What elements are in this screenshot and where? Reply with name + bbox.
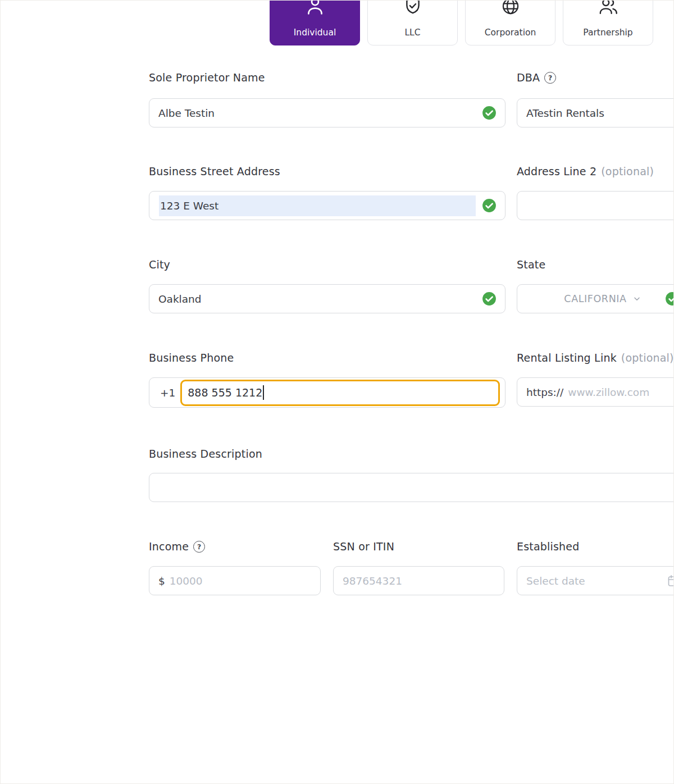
business-phone-input[interactable]: +1 888 555 1212 — [149, 377, 506, 408]
sole-proprietor-name-label: Sole Proprietor Name — [149, 71, 265, 84]
city-input[interactable]: Oakland — [149, 284, 506, 313]
label-text: Business Street Address — [149, 165, 280, 177]
input-value: ATestin Rentals — [526, 107, 604, 119]
currency-prefix: $ — [158, 575, 165, 587]
entity-type-tabs: Individual LLC Corporation — [270, 0, 653, 45]
established-date-input[interactable]: Select date — [517, 566, 674, 595]
tab-corporation[interactable]: Corporation — [465, 0, 555, 45]
dba-input[interactable]: ATestin Rentals — [517, 98, 674, 127]
sole-proprietor-name-input[interactable]: Albe Testin — [149, 98, 506, 127]
select-value: CALIFORNIA — [564, 293, 626, 304]
input-placeholder: 10000 — [170, 575, 203, 587]
url-prefix: https:// — [526, 386, 563, 398]
address-line-2-input[interactable] — [517, 191, 674, 220]
help-icon[interactable]: ? — [544, 72, 556, 84]
label-text: Income — [149, 540, 189, 553]
street-address-input[interactable]: 123 E West — [149, 191, 506, 220]
person-icon — [306, 0, 325, 18]
label-text: Business Description — [149, 448, 262, 460]
label-text: State — [517, 258, 545, 271]
state-select[interactable]: CALIFORNIA — [517, 284, 674, 313]
tab-llc[interactable]: LLC — [367, 0, 458, 45]
city-label: City — [149, 258, 170, 271]
label-text: Address Line 2 — [517, 165, 596, 177]
established-label: Established — [517, 540, 580, 553]
business-phone-label: Business Phone — [149, 352, 234, 364]
label-text: City — [149, 258, 170, 271]
input-value: 123 E West — [160, 200, 218, 212]
optional-text: (optional) — [621, 352, 674, 364]
input-value: 888 555 1212 — [188, 386, 262, 399]
shield-check-icon — [403, 0, 422, 18]
tab-label: LLC — [404, 28, 420, 38]
tab-label: Individual — [294, 28, 336, 38]
street-address-label: Business Street Address — [149, 165, 280, 177]
tab-partnership[interactable]: Partnership — [563, 0, 653, 45]
state-label: State — [517, 258, 545, 271]
ssn-label: SSN or ITIN — [333, 540, 394, 553]
business-form-page: Individual LLC Corporation — [0, 0, 674, 784]
input-placeholder: 987654321 — [343, 575, 402, 587]
input-placeholder: Select date — [526, 575, 585, 587]
label-text: DBA — [517, 71, 540, 84]
label-text: Rental Listing Link — [517, 352, 617, 364]
valid-check-icon — [665, 291, 674, 306]
optional-text: (optional) — [601, 165, 654, 177]
autofill-highlight: 123 E West — [159, 195, 476, 216]
income-label: Income ? — [149, 540, 205, 553]
business-description-input[interactable] — [149, 473, 674, 502]
tab-label: Partnership — [583, 28, 632, 38]
rental-listing-link-label: Rental Listing Link (optional) — [517, 352, 674, 364]
phone-country-prefix: +1 — [160, 387, 175, 399]
label-text: Established — [517, 540, 580, 553]
valid-check-icon — [482, 198, 497, 213]
phone-number-field[interactable]: 888 555 1212 — [180, 380, 500, 406]
calendar-icon[interactable] — [667, 574, 674, 587]
valid-check-icon — [482, 291, 497, 306]
tab-individual[interactable]: Individual — [270, 0, 360, 45]
label-text: SSN or ITIN — [333, 540, 394, 553]
dba-label: DBA ? — [517, 71, 556, 84]
tab-label: Corporation — [485, 28, 536, 38]
address-line-2-label: Address Line 2 (optional) — [517, 165, 654, 177]
help-icon[interactable]: ? — [193, 541, 205, 553]
income-input[interactable]: $ 10000 — [149, 566, 321, 595]
text-cursor — [263, 385, 264, 400]
globe-icon — [501, 0, 520, 18]
people-icon — [599, 0, 618, 18]
valid-check-icon — [482, 106, 497, 120]
label-text: Sole Proprietor Name — [149, 71, 265, 84]
rental-listing-link-input[interactable]: https:// www.zillow.com — [517, 377, 674, 407]
ssn-input[interactable]: 987654321 — [333, 566, 504, 595]
business-description-label: Business Description — [149, 448, 262, 460]
input-value: Albe Testin — [158, 107, 215, 119]
input-value: Oakland — [158, 293, 202, 305]
label-text: Business Phone — [149, 352, 234, 364]
input-placeholder: www.zillow.com — [568, 386, 649, 398]
chevron-down-icon — [632, 294, 641, 303]
